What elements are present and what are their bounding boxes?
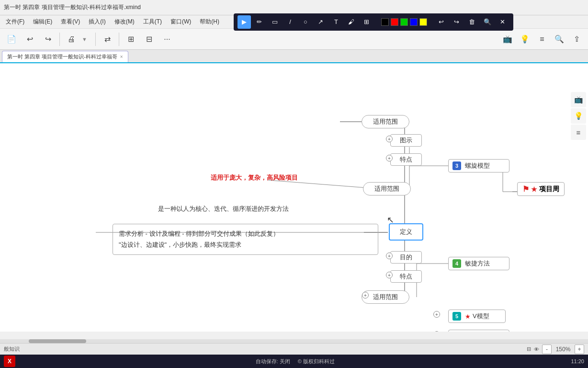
lightbulb-btn[interactable]: 💡 [517, 32, 532, 47]
tab-close-btn[interactable]: × [120, 54, 123, 59]
status-bar: 般知识 ⊟ 👁 - 150% + [0, 343, 588, 355]
node-xiangmu[interactable]: ⚑ ★ 项目周 [517, 182, 565, 196]
redo-btn[interactable]: ↪ [40, 32, 56, 47]
menu-window[interactable]: 窗口(W) [167, 17, 195, 27]
tab-label: 第一时 第四章 项目管理一般知识-科科过幸福哥 [7, 53, 117, 60]
print-arrow[interactable]: ▼ [82, 36, 91, 42]
expand-mudi[interactable]: + [386, 253, 393, 259]
new-btn[interactable]: 📄 [4, 32, 19, 47]
table-tool[interactable]: ⊞ [360, 15, 373, 29]
expand-diedai[interactable]: + [433, 331, 440, 332]
sys-time: 11:20 [571, 358, 584, 364]
zoom-plus-btn[interactable]: + [575, 345, 584, 354]
expand-tushi[interactable]: + [386, 136, 393, 142]
node-vmodel[interactable]: 5 ★ V模型 [448, 310, 506, 323]
color-blue[interactable] [410, 18, 418, 26]
main-toolbar: 📄 ↩ ↪ 🖨 ▼ ⇄ ⊞ ⊟ ··· 📺 💡 ≡ 🔍 ⇪ [0, 29, 588, 50]
search-draw-btn[interactable]: 🔍 [481, 15, 494, 29]
zoom-minus-btn[interactable]: - [542, 345, 552, 354]
menu-view[interactable]: 查看(V) [57, 17, 84, 27]
sep1 [59, 33, 60, 46]
num-5: 5 [452, 312, 461, 321]
delete-draw-btn[interactable]: 🗑 [465, 15, 479, 29]
status-label: 般知识 [4, 345, 20, 353]
main-tab[interactable]: 第一时 第四章 项目管理一般知识-科科过幸福哥 × [2, 51, 128, 62]
text-tool[interactable]: T [329, 15, 343, 29]
share-btn[interactable]: ⇪ [569, 32, 584, 47]
expand-shihe3[interactable]: + [362, 292, 369, 299]
outline-rt-btn[interactable]: ≡ [571, 125, 586, 140]
node-shihe-top[interactable]: 适用范围 [362, 115, 409, 128]
print-btn[interactable]: 🖨 [64, 32, 79, 47]
circle-tool[interactable]: ○ [299, 15, 312, 29]
menu-bar: 文件(F) 编辑(E) 查看(V) 插入(I) 修改(M) 工具(T) 窗口(W… [0, 15, 588, 29]
rect-tool[interactable]: ▭ [268, 15, 282, 29]
undo-btn[interactable]: ↩ [22, 32, 37, 47]
tab-bar: 第一时 第四章 项目管理一般知识-科科过幸福哥 × [0, 50, 588, 63]
zoom-level: 150% [554, 346, 572, 353]
star-icon: ★ [531, 185, 537, 193]
menu-help[interactable]: 帮助(H) [196, 17, 223, 27]
present-btn[interactable]: 📺 [500, 32, 515, 47]
extra-btn[interactable]: ··· [159, 32, 175, 47]
xiangmu-text: 项目周 [539, 185, 559, 194]
node-shihe2[interactable]: 适用范围 [363, 182, 411, 196]
canvas-area[interactable]: 适用于庞大，复杂，高风险项目 是一种以人为核心、迭代、循序渐进的开发方法 需求分… [0, 63, 588, 332]
right-toolbar: 📺 💡 ≡ [571, 92, 586, 140]
redo-draw-btn[interactable]: ↪ [450, 15, 464, 29]
paint-tool[interactable]: 🖌 [345, 15, 358, 29]
text-desc1: 是一种以人为核心、迭代、循序渐进的开发方法 [158, 205, 289, 213]
transfer-btn[interactable]: ⇄ [100, 32, 115, 47]
node-jiejie[interactable]: 4 敏捷方法 [448, 257, 509, 270]
menu-modify[interactable]: 修改(M) [111, 17, 138, 27]
expand-tedian1[interactable]: + [386, 155, 393, 161]
color-red[interactable] [391, 18, 398, 26]
cursor-tool[interactable]: ▶ [237, 15, 251, 29]
copyright-text: © 版权归科科过 [298, 358, 335, 365]
filter-icon[interactable]: ⊟ [527, 346, 531, 352]
layout2-btn[interactable]: ⊟ [141, 32, 157, 47]
layout-btn[interactable]: ⊞ [123, 32, 138, 47]
node-tedian1[interactable]: 特点 [390, 153, 422, 166]
present-rt-btn[interactable]: 📺 [571, 92, 586, 107]
node-tushi[interactable]: 图示 [390, 134, 422, 147]
node-dingyi[interactable]: 定义 [389, 223, 423, 241]
menu-tools[interactable]: 工具(T) [139, 17, 166, 27]
eye-icon[interactable]: 👁 [534, 346, 539, 352]
zoom-bar: ⊟ 👁 - 150% + [527, 345, 584, 354]
line-tool[interactable]: / [283, 15, 297, 29]
color-black[interactable] [381, 18, 389, 26]
menu-file[interactable]: 文件(F) [2, 17, 28, 27]
lightbulb-rt-btn[interactable]: 💡 [571, 108, 586, 124]
h-scrollbar[interactable] [0, 339, 588, 343]
text-desc2: 需求分析 - 设计及编程 - 得到部分可交付成果（如此反复） "边设计、边建设"… [113, 224, 378, 255]
connector-svg [0, 63, 588, 332]
num-3: 3 [452, 161, 461, 170]
color-green[interactable] [400, 18, 408, 26]
pencil-tool[interactable]: ✏ [253, 15, 266, 29]
node-tedian2[interactable]: 特点 [390, 270, 422, 283]
zoom-in-btn[interactable]: 🔍 [552, 32, 567, 47]
arrow-tool[interactable]: ↗ [314, 15, 328, 29]
star-red-v: ★ [465, 313, 471, 320]
app-icon: X [4, 356, 15, 367]
menu-edit[interactable]: 编辑(E) [29, 17, 56, 27]
title-text: 第一时 第四章 项目管理一般知识-科科过幸福哥.xmind [4, 3, 141, 12]
close-draw-btn[interactable]: ✕ [496, 15, 509, 29]
node-diedai[interactable]: 6 迭代模型 [448, 330, 509, 332]
node-luoxuan[interactable]: 3 螺旋模型 [448, 159, 509, 172]
text-red-applicable: 适用于庞大，复杂，高风险项目 [211, 173, 298, 182]
expand-vmodel[interactable]: + [433, 311, 440, 318]
undo-draw-btn[interactable]: ↩ [435, 15, 448, 29]
expand-tedian2[interactable]: + [386, 272, 393, 278]
node-mudi[interactable]: 目的 [390, 251, 422, 264]
system-bar: X 自动保存: 关闭 © 版权归科科过 11:20 [0, 355, 588, 368]
color-yellow[interactable] [419, 18, 427, 26]
outline-btn[interactable]: ≡ [534, 32, 550, 47]
auto-save-text: 自动保存: 关闭 [256, 358, 290, 365]
flag-icon: ⚑ [522, 184, 529, 194]
sep2 [95, 33, 96, 46]
node-shihe3[interactable]: 适用范围 [362, 290, 409, 304]
menu-insert[interactable]: 插入(I) [85, 17, 109, 27]
h-scroll-thumb[interactable] [29, 339, 86, 343]
